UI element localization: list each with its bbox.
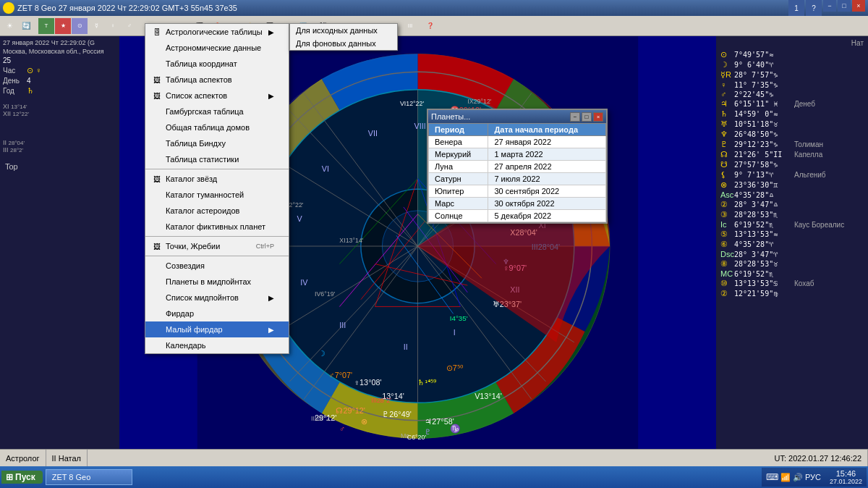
asc-pos: 4°35'28"♎	[734, 191, 792, 199]
house-table-icon	[151, 122, 163, 133]
mars-symbol: ♂	[720, 90, 732, 98]
ctx-nebula[interactable]: Каталог туманностей	[145, 187, 289, 203]
toolbar-btn-0[interactable]: ☀	[1, 18, 17, 34]
planet-row-h5: ⑤ 13°13'53"≈	[720, 230, 864, 239]
toolbar-btn-4[interactable]: ⊙	[72, 18, 88, 34]
planet-row-jupiter: ♃ 6°15'11" ♓ Денеб	[720, 99, 864, 109]
sun-pos: 7°49'57"≈	[734, 51, 792, 59]
sep2	[145, 236, 289, 237]
toolbar-btn-1[interactable]: 🔄	[18, 18, 34, 34]
status-seg1: Астролог	[0, 450, 46, 466]
ctx-aspect-list[interactable]: 🖼 Список аспектов ▶	[145, 88, 289, 104]
dialog-minimize[interactable]: −	[570, 112, 580, 122]
ctx-fictive[interactable]: Каталог фиктивных планет	[145, 219, 289, 235]
ctx-star-catalog-label: Каталог звёзд	[166, 174, 217, 183]
jupiter-symbol: ♃	[720, 99, 732, 109]
toolbar-btn-6[interactable]: ♀	[105, 18, 121, 34]
ctx-points[interactable]: 🖼 Точки, Жребии Ctrl+P	[145, 238, 289, 254]
aspect-list-arrow: ▶	[268, 92, 274, 100]
ctx-house-table-label: Общая таблица домов	[166, 123, 250, 132]
planet-table-row: Меркурий1 марта 2022	[429, 148, 606, 161]
toolbar-btn-7[interactable]: ♂	[122, 18, 137, 34]
start-label: Пуск	[15, 472, 35, 482]
ctx-astro-tables[interactable]: 🗄 Астрологические таблицы ▶	[145, 24, 289, 40]
ctx-small-firdar[interactable]: Малый фирдар ▶	[145, 321, 289, 337]
taskbar-app-zet[interactable]: ZET 8 Geo	[46, 469, 132, 485]
bindhu-icon	[151, 138, 163, 149]
ctx-midpoints-list[interactable]: Список мидпойнтов ▶	[145, 290, 289, 306]
aspect-table-icon: 🖼	[151, 74, 163, 85]
moon-pos: 9° 6'40"♈	[734, 61, 792, 69]
planet-row-asc: Asc 4°35'28"♎	[720, 190, 864, 199]
ctx-coord-table[interactable]: Таблица координат	[145, 56, 289, 72]
planet-table-row: Венера27 января 2022	[429, 136, 606, 148]
house-label-xi: XI 13°14'	[3, 103, 116, 110]
maximize-button[interactable]: □	[838, 0, 851, 12]
planet-table-row: Марс30 октября 2022	[429, 198, 606, 210]
system-tray: ⌨ 📶 🔊 РУС	[762, 468, 825, 487]
svg-text:IV6°19': IV6°19'	[315, 290, 336, 298]
mercury-symbol: ☿R	[720, 70, 732, 80]
planet-table-row: Луна27 апреля 2022	[429, 161, 606, 173]
nn-star: Капелла	[794, 151, 822, 159]
planet-row-moon: ☽ 9° 6'40"♈	[720, 60, 864, 70]
ctx-statistics[interactable]: Таблица статистики	[145, 151, 289, 167]
clock-time: 15:46	[830, 469, 862, 478]
ctx-nebula-label: Каталог туманностей	[166, 190, 244, 199]
ctx-asteroid[interactable]: Каталог астероидов	[145, 203, 289, 219]
h5-symbol: ⑤	[720, 230, 732, 239]
submenu-for-source[interactable]: Для исходных данных	[290, 24, 397, 37]
planet-date-cell: 1 марта 2022	[488, 148, 606, 161]
day-val: 4	[27, 77, 31, 85]
ctx-firdar[interactable]: Фирдар	[145, 306, 289, 321]
h6-symbol: ⑥	[720, 240, 732, 249]
house-num-3: III	[339, 321, 346, 329]
ctx-star-catalog[interactable]: 🖼 Каталог звёзд	[145, 171, 289, 187]
planet-date-cell: 30 сентября 2022	[488, 185, 606, 198]
mc-pos: 6°19'52"♏	[734, 270, 792, 278]
ctx-firdar-label: Фирдар	[166, 309, 194, 318]
svg-text:IX29°12': IX29°12'	[467, 98, 492, 105]
h8-symbol: ⑧	[720, 259, 732, 269]
minimize-button[interactable]: −	[823, 0, 836, 12]
toolbar-btn-23[interactable]: III	[402, 18, 418, 34]
close-button[interactable]: ×	[852, 0, 865, 12]
house-num-8: VIII	[414, 122, 426, 130]
ctx-bindhu[interactable]: Таблица Биндху	[145, 135, 289, 151]
clock-area: 15:46 27.01.2022	[825, 468, 867, 487]
dialog-title-text: Планеты...	[431, 112, 470, 121]
ctx-planets-midpoints[interactable]: Планеты в мидпойнтах	[145, 274, 289, 290]
points-shortcut: Ctrl+P	[256, 243, 274, 250]
ctx-astro-data[interactable]: Астрономические данные	[145, 40, 289, 56]
planet-dialog: Планеты... − □ × Период Дата начала пери…	[427, 109, 608, 224]
house-labels-left: XI 13°14' XII 12°22' II 28°04' III 28°2'	[3, 103, 116, 153]
ctx-stats-label: Таблица статистики	[166, 155, 239, 164]
start-button[interactable]: ⊞ Пуск	[1, 471, 43, 484]
toolbar-btn-24[interactable]: ❓	[422, 18, 438, 34]
ctx-house-table[interactable]: Общая таблица домов	[145, 119, 289, 135]
h10-star: Кохаб	[794, 279, 814, 287]
year-label: Год	[3, 87, 25, 95]
toolbar-btn-5[interactable]: ☿	[88, 18, 104, 34]
ctx-constellations[interactable]: Созвездия	[145, 258, 289, 274]
uranus-pos: 10°51'18"♉	[734, 120, 792, 128]
taskbar-items: ZET 8 Geo	[46, 469, 759, 485]
ctx-aspect-table[interactable]: 🖼 Таблица аспектов	[145, 72, 289, 88]
submenu-firdar: Для исходных данных Для фоновых данных	[289, 23, 398, 51]
toolbar-btn-2[interactable]: T	[38, 18, 54, 34]
toolbar-btn-3[interactable]: ★	[55, 18, 71, 34]
submenu-bg-label: Для фоновых данных	[296, 39, 376, 48]
ctx-hamburg[interactable]: Гамбургская таблица	[145, 104, 289, 119]
day-num: 25	[3, 56, 11, 64]
lilith-star: Альгениб	[794, 171, 826, 179]
help-btn[interactable]: ?	[806, 0, 822, 16]
h2-symbol: ②	[720, 200, 732, 209]
planet-row-node-s: ☋ 27°57'58"♑	[720, 160, 864, 169]
asteroid-icon	[151, 205, 163, 216]
submenu-for-background[interactable]: Для фоновых данных	[290, 37, 397, 50]
dialog-maximize[interactable]: □	[582, 112, 592, 122]
planet-period-cell: Сатурн	[429, 173, 488, 185]
ctx-calendar[interactable]: Календарь	[145, 337, 289, 353]
ctx-aspect-table-label: Таблица аспектов	[166, 75, 232, 84]
dialog-close[interactable]: ×	[593, 112, 603, 122]
